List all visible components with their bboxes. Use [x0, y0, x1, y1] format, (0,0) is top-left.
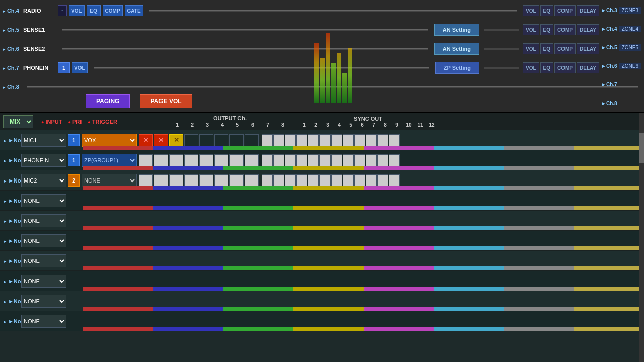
row1-sync3[interactable] — [285, 134, 296, 146]
ch4-right-eq[interactable]: EQ — [540, 5, 553, 16]
ch6-right-delay[interactable]: DELAY — [577, 43, 599, 54]
row3-out6[interactable] — [214, 174, 228, 187]
row1-out3[interactable]: ✕ — [169, 134, 183, 146]
row1-sync7[interactable] — [331, 134, 342, 146]
row10-input[interactable]: NONE — [21, 315, 66, 328]
row2-sync4[interactable] — [296, 154, 307, 166]
row3-sync9[interactable] — [354, 174, 365, 187]
zone-ch8-label[interactable]: ►Ch.8 — [601, 101, 617, 106]
row3-sync5[interactable] — [308, 174, 319, 187]
ch6-an-setting[interactable]: AN Setting — [434, 43, 479, 55]
row9-num[interactable]: ►No.9 — [0, 298, 21, 304]
row2-input[interactable]: PHONEIN — [21, 154, 66, 167]
row1-sync2[interactable] — [273, 134, 284, 146]
row2-out4[interactable] — [184, 154, 198, 166]
ch6-label[interactable]: Ch.6 — [2, 46, 21, 52]
ch5-label[interactable]: Ch.5 — [2, 27, 21, 33]
ch4-vol-btn[interactable]: VOL — [69, 5, 85, 16]
row3-sync4[interactable] — [296, 174, 307, 187]
ch5-an-setting[interactable]: AN Setting — [434, 24, 479, 36]
ch4-right-vol[interactable]: VOL — [523, 5, 539, 16]
ch7-right-eq[interactable]: EQ — [540, 62, 553, 73]
ch4-eq-btn[interactable]: EQ — [87, 5, 101, 16]
row1-sync9[interactable] — [354, 134, 365, 146]
row9-input[interactable]: NONE — [21, 295, 66, 308]
row1-out5[interactable] — [199, 134, 213, 146]
row10-num[interactable]: ►No.10 — [0, 318, 21, 324]
row3-sync3[interactable] — [285, 174, 296, 187]
row2-pri[interactable]: 1 — [68, 154, 80, 166]
row2-sync3[interactable] — [285, 154, 296, 166]
row3-out1[interactable] — [139, 174, 153, 187]
zone-ch6-label[interactable]: ►Ch.6 — [601, 63, 617, 69]
row2-sync8[interactable] — [343, 154, 354, 166]
row3-out5[interactable] — [199, 174, 213, 187]
row2-out5[interactable] — [199, 154, 213, 166]
row1-sync6[interactable] — [319, 134, 331, 146]
row2-out6[interactable] — [214, 154, 228, 166]
row2-sync2[interactable] — [273, 154, 284, 166]
row2-out2[interactable] — [154, 154, 168, 166]
row2-sync12[interactable] — [389, 154, 400, 166]
row7-num[interactable]: ►No.7 — [0, 258, 21, 264]
row7-input[interactable]: NONE — [21, 254, 66, 267]
row3-sync8[interactable] — [343, 174, 354, 187]
ch8-label[interactable]: Ch.8 — [2, 84, 21, 90]
row1-sync12[interactable] — [389, 134, 400, 146]
ch7-num-btn[interactable]: 1 — [58, 62, 70, 73]
row1-sync5[interactable] — [308, 134, 319, 146]
ch4-right-delay[interactable]: DELAY — [577, 5, 599, 16]
row2-sync9[interactable] — [354, 154, 365, 166]
row4-num[interactable]: ►No.4 — [0, 198, 21, 204]
row3-sync11[interactable] — [377, 174, 388, 187]
ch7-vol-btn[interactable]: VOL — [72, 62, 88, 73]
row2-sync6[interactable] — [319, 154, 331, 166]
row2-sync10[interactable] — [366, 154, 377, 166]
row1-out7[interactable] — [229, 134, 244, 146]
page-vol-button[interactable]: PAGE VOL — [140, 94, 192, 108]
zone-ch7-label[interactable]: ►Ch.7 — [601, 82, 617, 87]
row2-sync11[interactable] — [377, 154, 388, 166]
row3-num[interactable]: ►No.3 — [0, 177, 21, 184]
row1-out2[interactable]: ✕ — [154, 134, 168, 146]
ch7-zp-setting[interactable]: ZP Setting — [435, 62, 479, 74]
row3-sync2[interactable] — [273, 174, 284, 187]
row1-trigger[interactable]: VOX — [82, 134, 137, 147]
row3-sync10[interactable] — [366, 174, 377, 187]
ch7-right-vol[interactable]: VOL — [523, 62, 539, 73]
row1-input[interactable]: MIC1 — [21, 134, 66, 147]
row3-sync1[interactable] — [262, 174, 273, 187]
ch4-dash-btn[interactable]: - — [58, 5, 67, 16]
zone-ch4-label[interactable]: ►Ch.4 — [601, 26, 617, 32]
row8-num[interactable]: ►No.8 — [0, 278, 21, 284]
ch6-right-eq[interactable]: EQ — [540, 43, 553, 54]
row1-sync4[interactable] — [296, 134, 307, 146]
ch5-right-comp[interactable]: COMP — [554, 24, 576, 35]
row5-input[interactable]: NONE — [21, 214, 66, 227]
ch4-gate-btn[interactable]: GATE — [125, 5, 143, 16]
ch4-label[interactable]: Ch.4 — [2, 8, 21, 14]
row3-out8[interactable] — [245, 174, 259, 187]
ch7-label[interactable]: Ch.7 — [2, 65, 21, 71]
row3-sync6[interactable] — [319, 174, 331, 187]
row3-sync7[interactable] — [331, 174, 342, 187]
row8-input[interactable]: NONE — [21, 275, 66, 288]
row4-input[interactable]: NONE — [21, 194, 66, 207]
ch7-right-comp[interactable]: COMP — [554, 62, 576, 73]
row2-sync5[interactable] — [308, 154, 319, 166]
row3-trigger[interactable]: NONE — [82, 174, 137, 187]
row3-out3[interactable] — [169, 174, 183, 187]
scrollbar[interactable] — [639, 113, 644, 362]
row1-sync10[interactable] — [366, 134, 377, 146]
row2-trigger[interactable]: ZP(GROUP1) — [82, 154, 137, 167]
row5-num[interactable]: ►No.5 — [0, 218, 21, 224]
row2-out7[interactable] — [229, 154, 244, 166]
row2-out3[interactable] — [169, 154, 183, 166]
zone-ch3-label[interactable]: ►Ch.3 — [601, 8, 617, 13]
ch6-right-comp[interactable]: COMP — [554, 43, 576, 54]
row2-out8[interactable] — [245, 154, 259, 166]
row1-out8[interactable] — [245, 134, 259, 146]
row2-sync1[interactable] — [262, 154, 273, 166]
ch6-right-vol[interactable]: VOL — [523, 43, 539, 54]
ch7-right-delay[interactable]: DELAY — [577, 62, 599, 73]
